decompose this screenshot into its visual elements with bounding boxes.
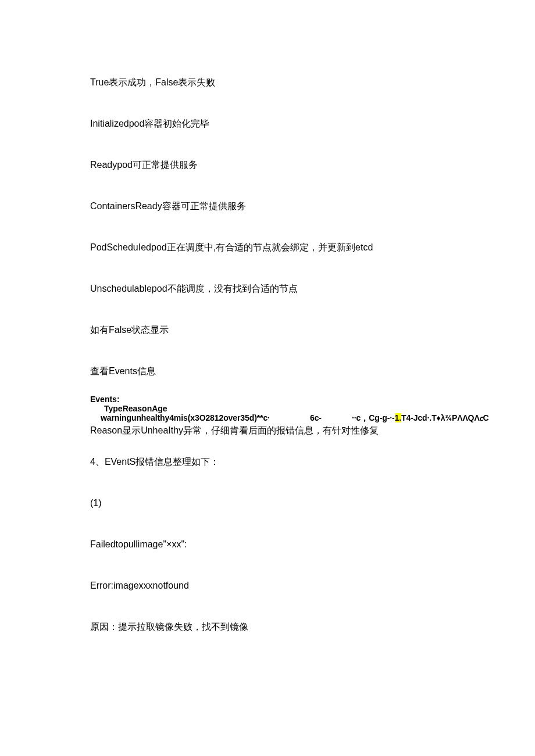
events-header-line: TypeReasonAge [90,404,445,413]
paragraph-reason-explain: 原因：提示拉取镜像失败，找不到镜像 [90,620,445,634]
paragraph-view-events: 查看Events信息 [90,364,445,378]
paragraph-false-status: 如有False状态显示 [90,323,445,337]
paragraph-image-not-found: Error:imagexxxnotfound [90,579,445,593]
paragraph-reason-unhealthy: Reason显示UnheaIthy异常，仔细肯看后面的报错信息，有针对性修复 [90,424,445,438]
events-block: Events: TypeReasonAge warningunhealthy4m… [90,395,445,422]
paragraph-failed-pull: Failedtopullimage"×xx": [90,538,445,551]
paragraph-podscheduled: PodScheduIedpod正在调度中,有合适的节点就会绑定，并更新到etcd [90,241,445,255]
events-label: Events: [90,395,445,404]
paragraph-unschedulable: Unschedulablepod不能调度，没有找到合适的节点 [90,282,445,296]
paragraph-initialized: Initializedpod容器初始化完毕 [90,117,445,131]
events-warning-post: T4-Jcd·.T♦λ¾PΛΛQΛ𝘤C [401,413,489,422]
paragraph-events-summary: 4、EVentS报错信息整理如下： [90,455,445,469]
events-warning-mid2: ··c，Cg-g-·- [352,413,395,422]
events-warning-highlight: 1. [395,413,401,422]
events-warning-mid1: 6c- [310,413,352,422]
events-warning-pre: warningunhealthy4mis(x3O2812over35d)**c· [101,413,310,422]
paragraph-true-false: True表示成功，False表示失败 [90,76,445,89]
paragraph-containers-ready: ContainersReady容器可正常提供服务 [90,199,445,213]
events-warning-line: warningunhealthy4mis(x3O2812over35d)**c·… [90,413,445,422]
paragraph-ready: Readypod可正常提供服务 [90,158,445,172]
paragraph-item-1: (1) [90,496,445,510]
